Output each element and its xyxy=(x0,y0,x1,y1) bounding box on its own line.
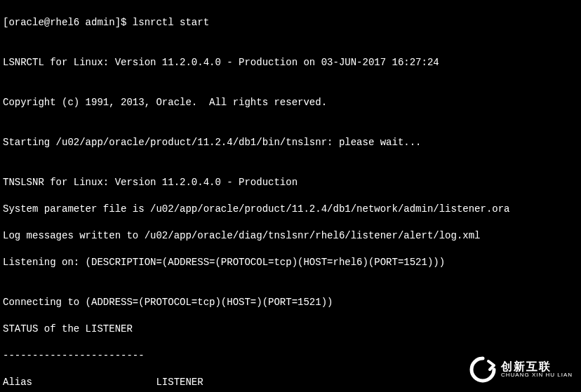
watermark-logo-icon xyxy=(469,356,497,384)
terminal-line: System parameter file is /u02/app/oracle… xyxy=(3,203,578,216)
watermark: 创新互联 CHUANG XIN HU LIAN xyxy=(469,356,573,384)
terminal-line: TNSLSNR for Linux: Version 11.2.0.4.0 - … xyxy=(3,176,578,189)
watermark-pinyin-text: CHUANG XIN HU LIAN xyxy=(501,372,573,379)
watermark-text: 创新互联 CHUANG XIN HU LIAN xyxy=(501,360,573,379)
terminal-line: STATUS of the LISTENER xyxy=(3,323,578,336)
watermark-cn-text: 创新互联 xyxy=(501,360,552,373)
terminal-line: Listening on: (DESCRIPTION=(ADDRESS=(PRO… xyxy=(3,256,578,269)
terminal-line: Log messages written to /u02/app/oracle/… xyxy=(3,229,578,243)
terminal-line: Copyright (c) 1991, 2013, Oracle. All ri… xyxy=(3,96,578,109)
terminal-line: LSNRCTL for Linux: Version 11.2.0.4.0 - … xyxy=(3,56,578,69)
terminal-output: [oracle@rhel6 admin]$ lsnrctl start LSNR… xyxy=(3,3,578,392)
terminal-line: Starting /u02/app/oracle/product/11.2.4/… xyxy=(3,136,578,149)
terminal-line: [oracle@rhel6 admin]$ lsnrctl start xyxy=(3,16,578,29)
terminal-line: Connecting to (ADDRESS=(PROTOCOL=tcp)(HO… xyxy=(3,296,578,309)
